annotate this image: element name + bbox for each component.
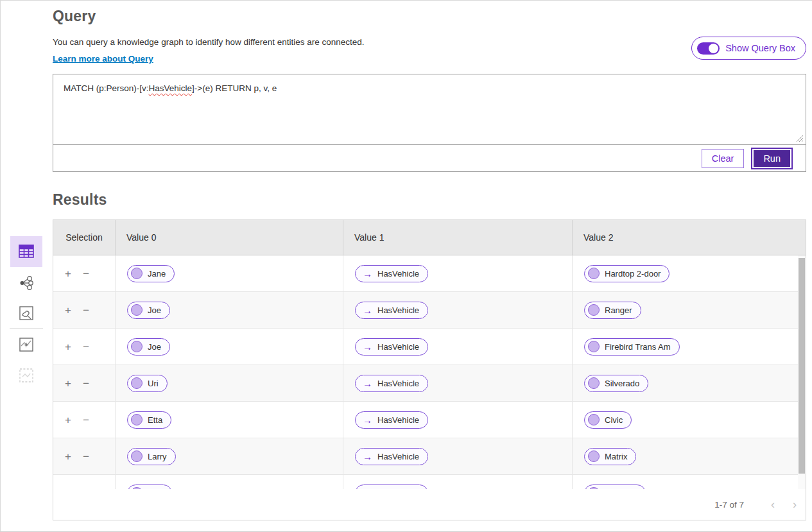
remove-from-selection-button[interactable]: − bbox=[83, 268, 89, 279]
relationship-pill[interactable]: → HasVehicle bbox=[355, 302, 428, 319]
entity-icon bbox=[131, 341, 143, 352]
entity-pill[interactable]: Uri bbox=[127, 375, 168, 392]
entity-icon bbox=[131, 304, 143, 316]
selection-cell: + − bbox=[53, 292, 116, 328]
query-input[interactable]: MATCH (p:Person)-[v:HasVehicle]->(e) RET… bbox=[53, 74, 806, 144]
value2-cell: Ranger bbox=[573, 292, 806, 328]
value2-cell: Silverado bbox=[573, 365, 806, 401]
entity-icon bbox=[131, 268, 143, 279]
add-to-map-button[interactable] bbox=[10, 360, 42, 391]
entity-pill[interactable]: Larry bbox=[127, 448, 176, 465]
value1-cell: → HasVehicle bbox=[343, 365, 573, 401]
add-to-selection-button[interactable]: + bbox=[65, 341, 71, 352]
value1-cell: → HasVehicle bbox=[343, 329, 573, 365]
relationship-pill[interactable]: → HasVehicle bbox=[355, 375, 428, 392]
add-to-selection-button[interactable]: + bbox=[65, 268, 71, 279]
entity-pill[interactable]: Hardtop 2-door bbox=[584, 265, 669, 282]
relationship-arrow-icon: → bbox=[363, 379, 372, 388]
table-row: + − Joe → HasVehicle Ranger bbox=[53, 292, 806, 329]
selection-cell: + − bbox=[53, 365, 116, 401]
relationship-pill[interactable]: → HasVehicle bbox=[355, 411, 428, 429]
table-scrollbar[interactable] bbox=[798, 255, 806, 489]
entity-pill[interactable]: Ranger bbox=[584, 302, 641, 319]
relationship-pill[interactable]: → HasVehicle bbox=[355, 448, 428, 465]
entity-pill[interactable]: Lisa bbox=[127, 485, 172, 490]
scrollbar-thumb[interactable] bbox=[799, 258, 805, 474]
add-to-selection-button[interactable]: + bbox=[65, 415, 71, 425]
map-icon bbox=[19, 306, 33, 320]
page-title: Query bbox=[53, 1, 806, 25]
remove-from-selection-button[interactable]: − bbox=[83, 378, 89, 389]
value0-cell: Etta bbox=[116, 402, 343, 438]
new-map-icon bbox=[19, 338, 33, 352]
table-view-button[interactable] bbox=[10, 236, 42, 267]
add-to-selection-button[interactable]: + bbox=[65, 378, 71, 389]
value0-cell: Jane bbox=[116, 255, 343, 291]
table-row: + − Etta → HasVehicle Civic bbox=[53, 402, 806, 438]
remove-from-selection-button[interactable]: − bbox=[83, 488, 89, 490]
entity-pill[interactable]: Matrix bbox=[584, 448, 636, 465]
relationship-pill[interactable]: → HasVehicle bbox=[355, 265, 428, 282]
view-switcher-sidebar bbox=[1, 1, 52, 531]
learn-more-link[interactable]: Learn more about Query bbox=[53, 54, 153, 64]
sidebar-divider bbox=[10, 328, 43, 329]
table-row: + − Joe → HasVehicle Firebird Trans Am bbox=[53, 329, 806, 365]
clear-button[interactable]: Clear bbox=[702, 149, 745, 168]
selection-cell: + − bbox=[53, 438, 116, 474]
entity-pill[interactable]: Firebird Trans Am bbox=[584, 338, 680, 356]
entity-icon bbox=[588, 304, 600, 316]
map-view-button[interactable] bbox=[10, 298, 42, 329]
toggle-label: Show Query Box bbox=[725, 43, 795, 53]
entity-pill[interactable]: Mustang bbox=[584, 485, 646, 490]
relationship-pill[interactable]: → HasVehicle bbox=[355, 338, 428, 356]
new-map-button[interactable] bbox=[10, 329, 42, 360]
entity-icon bbox=[131, 450, 143, 462]
relationship-pill[interactable]: → HasVehicle bbox=[355, 485, 428, 490]
relationship-arrow-icon: → bbox=[363, 305, 372, 315]
entity-icon bbox=[588, 268, 600, 279]
pagination-range-label: 1-7 of 7 bbox=[714, 500, 744, 510]
pagination-next-button[interactable]: › bbox=[784, 499, 806, 510]
selection-cell: + − bbox=[53, 255, 116, 291]
value0-cell: Uri bbox=[116, 365, 343, 401]
add-to-map-icon bbox=[19, 368, 33, 382]
entity-icon bbox=[131, 487, 143, 489]
add-to-selection-button[interactable]: + bbox=[65, 488, 71, 490]
table-body: + − Jane → HasVehicle Hardtop 2-door + − bbox=[53, 255, 806, 489]
show-query-box-toggle[interactable]: Show Query Box bbox=[691, 37, 806, 60]
value2-cell: Matrix bbox=[573, 438, 806, 474]
entity-pill[interactable]: Silverado bbox=[584, 375, 648, 392]
value1-cell: → HasVehicle bbox=[343, 402, 573, 438]
entity-pill[interactable]: Joe bbox=[127, 302, 170, 319]
column-header-selection: Selection bbox=[53, 220, 116, 255]
entity-pill[interactable]: Civic bbox=[584, 411, 632, 429]
remove-from-selection-button[interactable]: − bbox=[83, 415, 89, 425]
entity-pill[interactable]: Etta bbox=[127, 411, 171, 429]
add-to-selection-button[interactable]: + bbox=[65, 451, 71, 462]
results-table: Selection Value 0 Value 1 Value 2 + − Ja… bbox=[53, 219, 806, 520]
entity-pill[interactable]: Jane bbox=[127, 265, 175, 282]
relationship-arrow-icon: → bbox=[363, 452, 372, 461]
results-heading: Results bbox=[53, 191, 806, 209]
link-chart-view-button[interactable] bbox=[10, 268, 42, 298]
remove-from-selection-button[interactable]: − bbox=[83, 451, 89, 462]
remove-from-selection-button[interactable]: − bbox=[83, 341, 89, 352]
entity-icon bbox=[588, 450, 600, 462]
run-button[interactable]: Run bbox=[752, 149, 791, 168]
entity-pill[interactable]: Joe bbox=[127, 338, 170, 356]
add-to-selection-button[interactable]: + bbox=[65, 305, 71, 316]
table-header-row: Selection Value 0 Value 1 Value 2 bbox=[53, 220, 806, 255]
pagination-prev-button[interactable]: ‹ bbox=[762, 499, 784, 510]
relationship-arrow-icon: → bbox=[363, 342, 372, 352]
value1-cell: → HasVehicle bbox=[343, 438, 573, 474]
column-header-value1: Value 1 bbox=[343, 220, 573, 255]
entity-icon bbox=[131, 377, 143, 389]
value2-cell: Firebird Trans Am bbox=[573, 329, 806, 365]
resize-handle[interactable] bbox=[796, 135, 804, 142]
relationship-arrow-icon: → bbox=[363, 488, 372, 490]
remove-from-selection-button[interactable]: − bbox=[83, 305, 89, 316]
value0-cell: Joe bbox=[116, 329, 343, 365]
main-content: Query You can query a knowledge graph to… bbox=[53, 1, 806, 520]
query-text: MATCH (p:Person)-[v:HasVehicle]->(e) RET… bbox=[64, 83, 277, 93]
value1-cell: → HasVehicle bbox=[343, 292, 573, 328]
